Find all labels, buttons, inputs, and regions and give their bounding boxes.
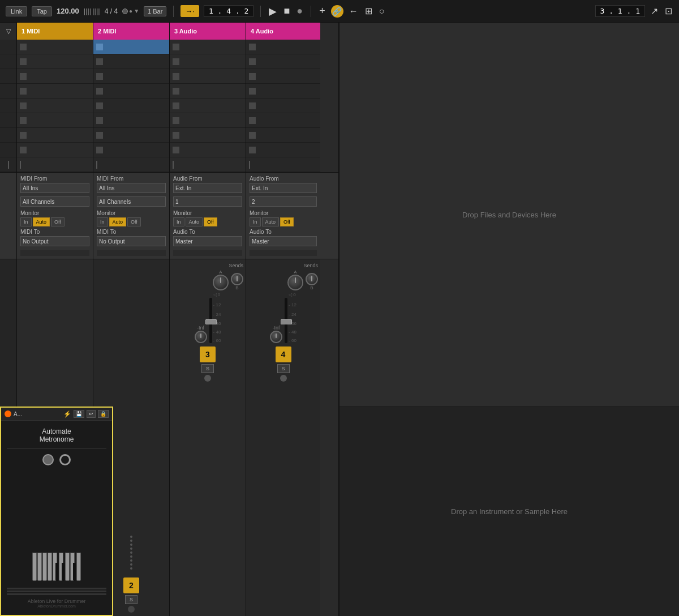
channel-select-2[interactable]: All Channels [97,196,166,207]
track-header-4[interactable]: 4 Audio [246,23,320,40]
clip-slot[interactable] [246,143,320,157]
clip-block[interactable] [173,102,179,109]
clip-slot[interactable] [246,99,320,113]
fold-triangle[interactable]: ▽ [0,23,16,40]
clip-slot[interactable] [93,128,169,143]
link-chain-button[interactable]: 🔗 [331,5,343,18]
clip-slot[interactable] [170,143,246,157]
loop-back-button[interactable]: ⊡ [664,5,673,18]
record-button[interactable]: ● [295,4,304,18]
clip-block[interactable] [20,102,27,109]
fader-track-3[interactable] [209,298,212,343]
monitor-off-4[interactable]: Off [280,217,294,226]
follow-button[interactable]: →· [181,5,199,17]
clip-slot[interactable] [17,40,93,54]
send-b-knob-3[interactable] [231,273,243,285]
scene-slot[interactable] [0,69,16,84]
scene-slot-last[interactable] [0,157,16,172]
clip-block[interactable] [96,147,103,153]
midi-to-select-2[interactable]: No Output [97,236,166,246]
channel-select-3[interactable]: 1 [173,196,242,207]
track-header-2[interactable]: 2 MIDI [93,23,170,40]
track-2-activator[interactable] [128,606,135,613]
clip-slot[interactable] [170,84,246,99]
monitor-auto-3[interactable]: Auto [186,217,203,226]
midi-from-select-1[interactable]: All Ins [20,183,89,193]
curve-button[interactable]: ↗ [650,5,659,18]
grid-button[interactable]: ⊞ [364,5,373,18]
clip-block[interactable] [20,73,27,80]
track-3-activator[interactable] [204,375,211,382]
fader-thumb-4[interactable] [281,319,292,324]
midi-to-select-1[interactable]: No Output [20,236,89,246]
play-button[interactable]: ▶ [268,4,278,19]
clip-block[interactable] [20,117,27,124]
record-mode[interactable]: ● ▼ [122,8,139,14]
monitor-auto-1[interactable]: Auto [33,217,50,226]
audio-to-select-3[interactable]: Master [173,236,242,246]
add-button[interactable]: + [318,4,326,18]
track-4-solo[interactable]: S [277,364,290,373]
monitor-in-4[interactable]: In [250,217,261,226]
circle-control-1[interactable] [42,454,54,465]
monitor-off-3[interactable]: Off [204,217,217,226]
clip-slot[interactable] [170,54,246,69]
clip-slot[interactable] [246,113,320,128]
clip-slot[interactable] [170,128,246,143]
circle-control-2[interactable] [59,454,71,465]
scene-slot[interactable] [0,54,16,69]
bpm-display[interactable]: 120.00 [57,7,79,15]
track-2-solo[interactable]: S [125,595,137,604]
clip-slot[interactable] [17,128,93,143]
channel-select-4[interactable]: 2 [250,196,317,207]
clip-slot[interactable] [246,69,320,84]
clip-slot[interactable] [17,113,93,128]
midi-from-select-2[interactable]: All Ins [97,183,166,193]
clip-slot[interactable] [93,84,169,99]
monitor-in-3[interactable]: In [173,217,184,226]
audio-to-select-4[interactable]: Master [250,236,317,246]
save-icon-button[interactable]: 💾 [74,410,84,418]
clip-slot[interactable] [170,69,246,84]
clip-block[interactable] [96,117,103,124]
audio-from-select-3[interactable]: Ext. In [173,183,242,193]
track-header-3[interactable]: 3 Audio [170,23,246,40]
clip-slot[interactable] [17,99,93,113]
clip-block[interactable] [96,102,103,109]
track-3-solo[interactable]: S [201,364,214,373]
clip-block[interactable] [20,44,27,50]
scene-slot[interactable] [0,113,16,128]
clip-block[interactable] [173,44,179,50]
clip-block[interactable] [249,147,256,153]
clip-slot[interactable] [246,40,320,54]
clip-slot[interactable] [170,99,246,113]
lightning-icon[interactable]: ⚡ [63,410,71,418]
volume-knob-4[interactable] [270,331,282,343]
scene-slot[interactable] [0,84,16,99]
tap-button[interactable]: Tap [32,6,52,16]
track-4-activator[interactable] [280,375,287,382]
clip-block[interactable] [20,147,27,153]
send-b-knob-4[interactable] [306,273,318,285]
clip-block[interactable] [173,58,179,65]
clip-block[interactable] [96,88,103,95]
clip-block[interactable] [173,147,179,153]
monitor-off-1[interactable]: Off [51,217,65,226]
scene-slot[interactable] [0,99,16,113]
scene-slot[interactable] [0,143,16,157]
circle-button[interactable]: ○ [378,5,386,18]
clip-slot-active[interactable] [93,40,169,54]
clip-slot[interactable] [17,69,93,84]
clip-slot[interactable] [246,128,320,143]
clip-block[interactable] [20,132,27,139]
channel-select-1[interactable]: All Channels [20,196,89,207]
drop-zone-bottom[interactable]: Drop an Instrument or Sample Here [340,407,679,616]
clip-block[interactable] [249,44,256,50]
clip-block[interactable] [96,58,103,65]
clip-slot[interactable] [93,143,169,157]
clip-slot[interactable] [246,54,320,69]
link-button[interactable]: Link [6,6,27,16]
lock-icon-button[interactable]: 🔒 [98,410,109,418]
send-a-knob-3[interactable] [213,275,229,290]
track-header-1[interactable]: 1 MIDI [17,23,93,40]
